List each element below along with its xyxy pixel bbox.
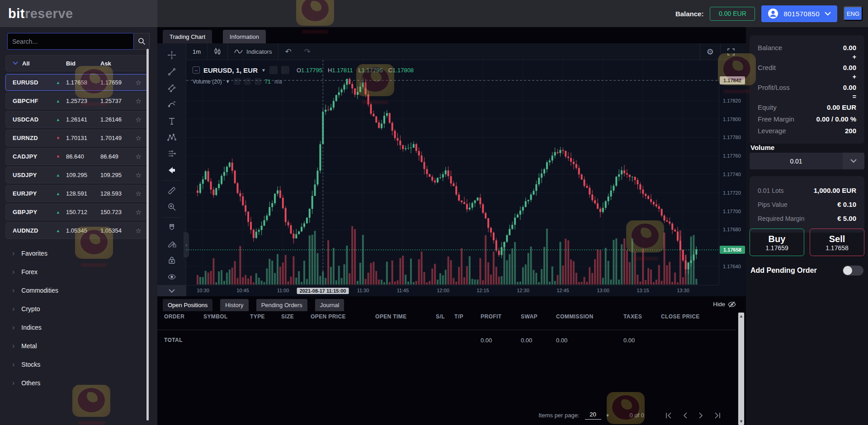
buy-button[interactable]: Buy 1.17659 [750,229,804,256]
volume-eye-icon[interactable] [234,78,241,85]
volume-more-icon[interactable] [255,78,261,85]
collapse-legend-icon[interactable]: – [193,66,200,74]
stat-row: Profit/Loss0.00 [758,81,856,93]
column-header-type: TYPE [250,313,281,320]
sidebar-item-commodities[interactable]: ›Commodities [0,281,147,299]
favorite-star-icon[interactable]: ☆ [135,116,142,124]
arrow-marker-tool[interactable] [163,162,180,178]
volume-settings-icon[interactable] [244,78,251,85]
text-tool[interactable] [163,112,180,129]
tab-information[interactable]: Information [223,30,266,43]
sidebar-item-crypto[interactable]: ›Crypto [0,299,147,318]
total-value: 0.00 [481,337,521,344]
first-page-button[interactable] [665,412,672,419]
sidebar-item-others[interactable]: ›Others [0,374,147,392]
tab-open-positions[interactable]: Open Positions [163,299,212,311]
volume-legend-caret-icon[interactable]: ▼ [226,79,230,84]
fullscreen-button[interactable] [721,43,741,60]
ask-value: 109.295 [100,172,135,178]
instrument-symbol: EURJPY [13,190,56,197]
category-list: ›Favorites›Forex›Commodities›Crypto›Indi… [0,244,147,392]
legend-eye-icon[interactable] [269,66,278,74]
favorite-star-icon[interactable]: ☆ [135,190,142,198]
favorite-star-icon[interactable]: ☆ [135,134,142,142]
scroll-down-icon[interactable]: ▼ [738,419,745,424]
stat-operator: + [758,73,856,81]
last-page-button[interactable] [714,412,721,419]
filter-all[interactable]: All [13,60,56,67]
undo-button[interactable]: ↶ [278,43,297,60]
sidebar-scrollbar[interactable] [146,49,149,420]
instrument-row-audnzd[interactable]: AUDNZD▲1.053451.05354☆ [5,222,147,239]
chart-settings-button[interactable]: ⚙ [700,43,720,60]
drawing-lock-tool[interactable] [163,236,180,252]
lock-all-tool[interactable] [163,252,180,268]
page-range: 0 of 0 [629,412,644,419]
tab-history[interactable]: History [220,299,248,311]
hide-drawings-tool[interactable] [163,269,180,285]
favorite-star-icon[interactable]: ☆ [135,171,142,179]
parallel-channel-tool[interactable] [163,80,180,96]
toolbar-collapse-button[interactable] [157,285,186,296]
zoom-in-tool[interactable] [163,199,180,215]
search-button[interactable] [134,33,150,50]
bid-value: 109.295 [66,172,100,178]
panel-scrollbar[interactable]: ▲ ▼ [738,313,745,425]
info-label: 0.01 Lots [758,187,784,194]
projection-tool[interactable] [163,145,180,162]
column-header-open-price: OPEN PRICE [311,313,375,320]
sell-button[interactable]: Sell 1.17658 [810,229,864,256]
legend-settings-icon[interactable] [281,66,289,74]
instrument-row-usdcad[interactable]: USDCAD▲1.261411.26146☆ [5,111,147,128]
xabcd-pattern-tool[interactable] [163,129,180,145]
chart-style-button[interactable] [208,43,227,60]
account-menu[interactable]: 801570850 [761,5,837,22]
instrument-row-usdjpy[interactable]: USDJPY▲109.295109.295☆ [5,167,147,183]
hide-panel-button[interactable]: Hide [713,301,736,308]
instrument-row-gbpchf[interactable]: GBPCHF▲1.257231.25737☆ [5,93,147,109]
favorite-star-icon[interactable]: ☆ [135,208,142,216]
previous-page-button[interactable] [683,412,688,419]
favorite-star-icon[interactable]: ☆ [135,227,142,235]
tab-pending-orders[interactable]: Pending Orders [256,299,307,311]
category-label: Indices [21,324,41,331]
instrument-row-cadjpy[interactable]: CADJPY▼86.64086.649☆ [5,148,147,165]
language-button[interactable]: ENG [844,6,863,21]
instrument-row-eurnzd[interactable]: EURNZD▼1.701311.70149☆ [5,130,147,146]
tab-journal[interactable]: Journal [315,299,344,311]
trend-line-tool[interactable] [163,63,180,79]
favorite-star-icon[interactable]: ☆ [135,97,142,105]
chart-plot-area[interactable]: – EURUSD, 1, EUR ▼ O1.17795 H1.17811 L1.… [186,60,719,285]
instrument-symbol: EURNZD [13,135,56,141]
favorite-star-icon[interactable]: ☆ [135,79,142,87]
balance-value-button[interactable]: 0.00 EUR [710,7,755,21]
redo-button[interactable]: ↷ [298,43,317,60]
sidebar-item-stocks[interactable]: ›Stocks [0,355,147,374]
pending-order-toggle[interactable] [843,266,863,276]
legend-caret-icon[interactable]: ▼ [261,68,266,73]
items-per-page-select[interactable]: 20 [585,411,601,420]
sidebar-item-metal[interactable]: ›Metal [0,336,147,355]
measure-tool[interactable] [163,182,180,199]
magnet-tool[interactable] [163,220,180,236]
items-per-page-caret-icon[interactable]: ▼ [606,413,610,418]
instrument-row-eurusd[interactable]: EURUSD▲1.176581.17659☆ [5,74,147,91]
interval-button[interactable]: 1m [186,43,207,60]
indicators-button[interactable]: Indicators [228,43,278,60]
crosshair-tool[interactable] [163,47,180,63]
next-page-button[interactable] [698,412,703,419]
time-axis[interactable]: 10:3010:4511:002021-08-17 11:15:0011:301… [186,285,719,296]
price-axis[interactable]: 1.178201.178001.177801.177601.177401.177… [719,60,746,285]
search-input[interactable] [7,33,134,50]
ask-value: 86.649 [100,153,135,160]
volume-select[interactable]: 0.01 [750,153,864,169]
sidebar-item-favorites[interactable]: ›Favorites [0,244,147,262]
instrument-row-eurjpy[interactable]: EURJPY▲128.591128.593☆ [5,185,147,202]
sidebar-item-forex[interactable]: ›Forex [0,262,147,281]
scroll-up-icon[interactable]: ▲ [738,314,745,318]
sidebar-item-indices[interactable]: ›Indices [0,318,147,336]
tab-trading-chart[interactable]: Trading Chart [163,30,212,43]
favorite-star-icon[interactable]: ☆ [135,153,142,161]
curve-tool[interactable] [163,96,180,112]
instrument-row-gbpjpy[interactable]: GBPJPY▲150.712150.723☆ [5,204,147,220]
